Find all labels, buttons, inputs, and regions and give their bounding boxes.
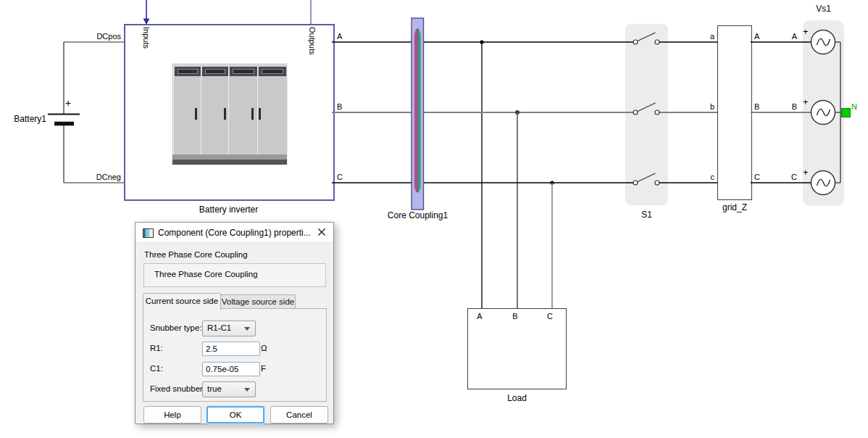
grid-z-block[interactable] bbox=[717, 25, 752, 200]
inverter-label: Battery inverter bbox=[124, 205, 333, 215]
r1-input[interactable] bbox=[202, 342, 260, 356]
fixed-snubber-combobox[interactable]: true bbox=[202, 381, 256, 397]
inputs-signal-wire[interactable] bbox=[143, 0, 150, 25]
component-properties-dialog: Component (Core Coupling1) properti... T… bbox=[135, 222, 334, 424]
vs1-plus-c: + bbox=[803, 168, 809, 177]
load-label: Load bbox=[467, 394, 567, 403]
inverter-cabinet-image bbox=[172, 63, 288, 165]
chevron-down-icon bbox=[244, 327, 250, 331]
fixed-snubber-label: Fixed snubber: bbox=[150, 384, 205, 393]
load-port-c: C bbox=[545, 312, 555, 321]
r1-label: R1: bbox=[150, 344, 163, 352]
dialog-titlebar[interactable]: Component (Core Coupling1) properti... bbox=[135, 223, 333, 243]
vs1-plus-b: + bbox=[803, 97, 809, 107]
grid-z-port-b-left: b bbox=[700, 102, 714, 112]
dc-wires[interactable] bbox=[64, 42, 124, 183]
load-port-a: A bbox=[475, 312, 485, 321]
inverter-port-c: C bbox=[337, 173, 343, 182]
vs1-port-a: A bbox=[786, 32, 797, 41]
c1-label: C1: bbox=[150, 364, 163, 373]
vs1-label: Vs1 bbox=[803, 4, 844, 14]
s1-label: S1 bbox=[625, 210, 668, 220]
component-type-box: Three Phase Core Coupling bbox=[143, 263, 326, 287]
tab-label: Current source side bbox=[143, 297, 220, 305]
component-type-label: Three Phase Core Coupling bbox=[144, 250, 248, 259]
grid-z-port-a-right: A bbox=[754, 32, 759, 41]
inverter-port-b: B bbox=[337, 102, 342, 112]
tab-panel: Snubber type: R1-C1 R1: Ω C1: F Fixed sn… bbox=[143, 308, 327, 402]
load-port-b: B bbox=[510, 312, 520, 321]
vs1-port-b: B bbox=[786, 102, 797, 112]
cancel-button[interactable]: Cancel bbox=[270, 406, 328, 423]
inverter-port-a: A bbox=[337, 32, 342, 41]
r1-unit: Ω bbox=[261, 344, 267, 352]
inverter-port-outputs: Outputs bbox=[307, 27, 317, 55]
core-coupling-label: Core Coupling1 bbox=[368, 211, 467, 220]
tab-voltage-source-side[interactable]: Voltage source side bbox=[220, 294, 296, 310]
inverter-port-inputs: Inputs bbox=[141, 27, 151, 49]
battery-inverter-block[interactable] bbox=[124, 24, 335, 201]
battery-plus-sign: + bbox=[65, 99, 71, 108]
grid-z-port-a-left: a bbox=[700, 32, 714, 41]
help-button[interactable]: Help bbox=[143, 406, 201, 423]
grid-z-port-c-right: C bbox=[754, 173, 760, 182]
schematic-canvas: Battery1 + DCpos DCneg Inputs Outputs A … bbox=[0, 0, 868, 438]
close-icon[interactable] bbox=[317, 227, 327, 237]
snubber-type-label: Snubber type: bbox=[150, 323, 202, 332]
grid-z-port-c-left: c bbox=[700, 173, 714, 182]
component-dialog-icon bbox=[143, 228, 154, 238]
vs1-port-c: C bbox=[786, 173, 797, 182]
c1-input[interactable] bbox=[202, 362, 260, 376]
inverter-port-dcneg: DCneg bbox=[85, 173, 121, 182]
neutral-label: N bbox=[851, 102, 857, 112]
dialog-title: Component (Core Coupling1) properti... bbox=[158, 228, 311, 238]
battery-label: Battery1 bbox=[6, 115, 46, 124]
snubber-type-combobox[interactable]: R1-C1 bbox=[202, 321, 256, 336]
ok-button[interactable]: OK bbox=[206, 406, 264, 423]
vs1-source-group[interactable] bbox=[803, 20, 844, 206]
component-type-box-text: Three Phase Core Coupling bbox=[154, 270, 258, 278]
battery-symbol[interactable] bbox=[48, 42, 80, 183]
tab-current-source-side[interactable]: Current source side bbox=[143, 293, 221, 310]
s1-switch-group[interactable] bbox=[625, 24, 668, 205]
tab-label: Voltage source side bbox=[221, 297, 295, 306]
c1-unit: F bbox=[261, 364, 266, 373]
grid-z-label: grid_Z bbox=[709, 203, 761, 212]
inverter-port-dcpos: DCpos bbox=[85, 32, 121, 41]
core-coupling-symbol[interactable] bbox=[412, 18, 424, 210]
snubber-type-value: R1-C1 bbox=[207, 323, 231, 332]
vs1-plus-a: + bbox=[803, 27, 809, 36]
grid-z-port-b-right: B bbox=[754, 102, 759, 112]
chevron-down-icon bbox=[244, 388, 250, 392]
neutral-node[interactable] bbox=[841, 108, 851, 117]
fixed-snubber-value: true bbox=[207, 384, 222, 393]
